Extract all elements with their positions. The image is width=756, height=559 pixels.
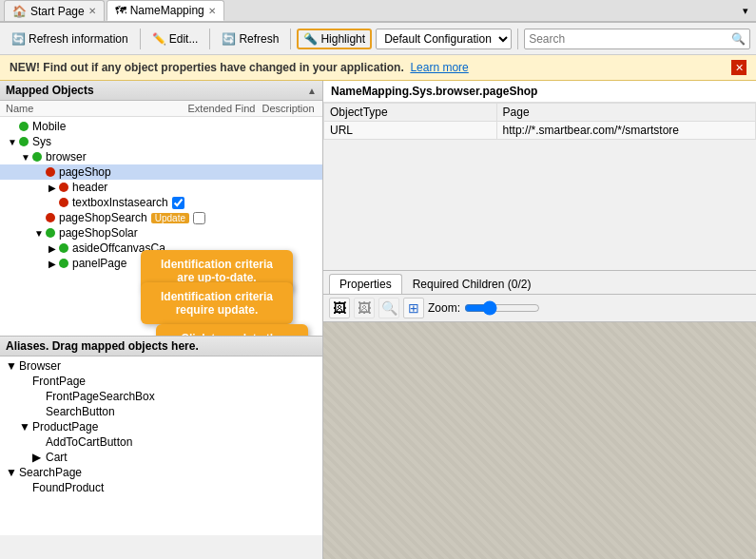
callout-requireupdate: Identification criteria require update. bbox=[141, 282, 293, 324]
callout-clickupdate: Click to update the identification crite… bbox=[156, 324, 308, 336]
callout-clickupdate-text: Click to update the identification crite… bbox=[174, 332, 289, 336]
tree-item-mobile[interactable]: Mobile bbox=[0, 119, 322, 134]
table-row: URL http://*.smartbear.com/*/smartstore bbox=[324, 122, 756, 140]
preview-area: 🖼 🖼 🔍 ⊞ Zoom: bbox=[323, 295, 756, 559]
expander-textbox[interactable] bbox=[46, 196, 59, 209]
aliases-pane: Aliases. Drag mapped objects here. ▼ Bro… bbox=[0, 336, 322, 535]
alias-label-foundproduct: FoundProduct bbox=[32, 481, 104, 494]
dot-panelpage bbox=[59, 259, 68, 268]
refresh-info-button[interactable]: 🔄 Refresh information bbox=[6, 29, 134, 48]
preview-toolbar: 🖼 🖼 🔍 ⊞ Zoom: bbox=[323, 295, 756, 322]
expander-browser[interactable]: ▼ bbox=[19, 150, 32, 164]
tab-name-mapping-label: NameMapping bbox=[130, 4, 204, 17]
expander-sys[interactable]: ▼ bbox=[6, 135, 19, 148]
preview-icon-2: 🖼 bbox=[358, 300, 371, 316]
mapped-objects-collapse[interactable]: ▲ bbox=[307, 86, 317, 96]
config-select[interactable]: Default Configuration bbox=[376, 29, 512, 49]
edit-icon: ✏️ bbox=[152, 32, 166, 46]
tree-item-textbox[interactable]: textboxInstasearch bbox=[0, 195, 322, 210]
checkbox-pageshopsearch[interactable] bbox=[193, 212, 205, 224]
search-box[interactable]: 🔍 bbox=[524, 29, 750, 49]
preview-canvas bbox=[323, 322, 756, 559]
alias-item-searchpage[interactable]: ▼ SearchPage bbox=[0, 465, 322, 480]
alias-label-productpage: ProductPage bbox=[32, 420, 98, 434]
tab-scroll-arrow[interactable]: ▾ bbox=[739, 5, 752, 17]
main-content: Mapped Objects ▲ Name Extended Find Desc… bbox=[0, 81, 756, 559]
tree-item-pageshop[interactable]: pageShop bbox=[0, 164, 322, 180]
separator-1 bbox=[140, 29, 141, 49]
tree-item-header[interactable]: ▶ header bbox=[0, 180, 322, 195]
tab-start-page[interactable]: 🏠 Start Page ✕ bbox=[4, 0, 105, 21]
dot-header bbox=[59, 183, 68, 192]
preview-btn-1[interactable]: 🖼 bbox=[329, 298, 350, 318]
alias-item-searchbutton[interactable]: SearchButton bbox=[0, 404, 322, 419]
tree-column-headers: Name Extended Find Description bbox=[0, 101, 322, 117]
search-input[interactable] bbox=[529, 32, 731, 46]
expander-pageshop[interactable] bbox=[32, 165, 46, 179]
alias-item-foundproduct[interactable]: FoundProduct bbox=[0, 480, 322, 495]
search-icon[interactable]: 🔍 bbox=[731, 32, 746, 46]
preview-btn-2: 🖼 bbox=[354, 298, 375, 318]
dot-pageshop bbox=[46, 167, 55, 177]
alias-item-browser[interactable]: ▼ Browser bbox=[0, 358, 322, 374]
notification-close-button[interactable]: ✕ bbox=[731, 60, 746, 75]
tab-name-mapping-close[interactable]: ✕ bbox=[208, 6, 216, 16]
tab-properties-label: Properties bbox=[339, 278, 392, 291]
right-pane: NameMapping.Sys.browser.pageShop ObjectT… bbox=[323, 81, 756, 559]
alias-label-addtocart: AddToCartButton bbox=[46, 435, 132, 449]
refresh-button[interactable]: 🔄 Refresh bbox=[216, 29, 284, 48]
notification-bar: NEW! Find out if any object properties h… bbox=[0, 55, 756, 81]
alias-item-cart[interactable]: ▶ Cart bbox=[0, 450, 322, 465]
tree-item-pageshopsolar[interactable]: ▼ pageShopSolar bbox=[0, 225, 322, 241]
left-pane: Mapped Objects ▲ Name Extended Find Desc… bbox=[0, 81, 323, 559]
refresh-label: Refresh bbox=[239, 32, 279, 46]
notification-text: NEW! Find out if any object properties h… bbox=[10, 61, 469, 74]
expander-mobile[interactable] bbox=[6, 120, 19, 133]
alias-item-frontpagesearchbox[interactable]: FrontPageSearchBox bbox=[0, 389, 322, 404]
checkbox-textbox[interactable] bbox=[172, 197, 184, 209]
tree-item-browser[interactable]: ▼ browser bbox=[0, 149, 322, 164]
prop-key-url: URL bbox=[324, 122, 497, 140]
notification-link[interactable]: Learn more bbox=[410, 61, 468, 74]
alias-item-frontpage[interactable]: FrontPage bbox=[0, 374, 322, 389]
expander-pageshopsearch[interactable] bbox=[32, 211, 46, 224]
toolbar: 🔄 Refresh information ✏️ Edit... 🔄 Refre… bbox=[0, 23, 756, 55]
table-row: ObjectType Page bbox=[324, 104, 756, 122]
highlight-button[interactable]: 🔦 Highlight bbox=[297, 29, 372, 49]
alias-label-searchbutton: SearchButton bbox=[46, 405, 115, 418]
expander-header[interactable]: ▶ bbox=[46, 181, 59, 194]
update-badge-pageshopsearch[interactable]: Update bbox=[151, 213, 189, 223]
label-sys: Sys bbox=[32, 135, 51, 148]
dot-mobile bbox=[19, 122, 29, 131]
aliases-header: Aliases. Drag mapped objects here. bbox=[0, 337, 322, 357]
expander-aside[interactable]: ▶ bbox=[46, 241, 59, 255]
aliases-title: Aliases. Drag mapped objects here. bbox=[6, 339, 199, 353]
tab-start-page-close[interactable]: ✕ bbox=[88, 6, 96, 16]
alias-label-searchpage: SearchPage bbox=[19, 466, 82, 479]
alias-label-browser: Browser bbox=[19, 359, 61, 373]
tree-item-pageshopsearch[interactable]: pageShopSearch Update bbox=[0, 210, 322, 225]
tree-item-sys[interactable]: ▼ Sys bbox=[0, 134, 322, 149]
refresh-info-label: Refresh information bbox=[29, 32, 128, 46]
name-mapping-icon: 🗺 bbox=[115, 4, 126, 17]
tab-required-children[interactable]: Required Children (0/2) bbox=[402, 274, 542, 294]
expander-panelpage[interactable]: ▶ bbox=[46, 257, 59, 270]
tab-name-mapping[interactable]: 🗺 NameMapping ✕ bbox=[107, 0, 224, 21]
preview-icon-3: 🔍 bbox=[381, 300, 397, 316]
start-page-icon: 🏠 bbox=[12, 5, 27, 18]
alias-label-cart: Cart bbox=[46, 451, 68, 464]
label-pageshop: pageShop bbox=[59, 165, 111, 179]
dot-pageshopsearch bbox=[46, 213, 55, 222]
zoom-slider[interactable] bbox=[464, 300, 540, 316]
highlight-icon: 🔦 bbox=[303, 32, 318, 46]
edit-button[interactable]: ✏️ Edit... bbox=[146, 29, 204, 48]
alias-item-addtocart[interactable]: AddToCartButton bbox=[0, 434, 322, 450]
tab-properties[interactable]: Properties bbox=[329, 274, 402, 294]
expander-pageshopsolar[interactable]: ▼ bbox=[32, 226, 46, 240]
preview-btn-4[interactable]: ⊞ bbox=[403, 298, 424, 318]
dot-browser bbox=[32, 152, 42, 162]
alias-item-productpage[interactable]: ▼ ProductPage bbox=[0, 419, 322, 434]
alias-label-frontpagesearchbox: FrontPageSearchBox bbox=[46, 390, 155, 403]
separator-3 bbox=[290, 29, 291, 49]
callout-uptodate-text: Identification criteria are up-to-date. bbox=[161, 258, 273, 284]
